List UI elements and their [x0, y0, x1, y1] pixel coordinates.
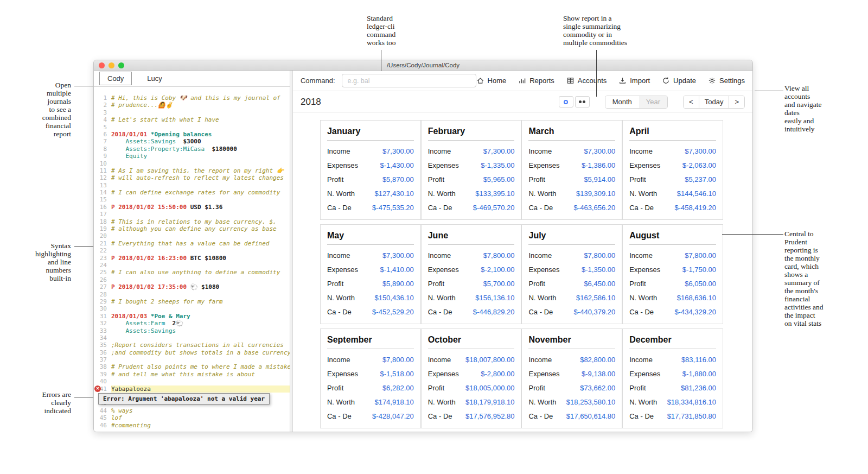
editor-line[interactable]: 16P 2018/01/02 15:50:00 USD $1.36: [94, 204, 290, 211]
editor-line[interactable]: 37: [94, 356, 290, 363]
editor-line[interactable]: 3: [94, 109, 290, 116]
close-window-button[interactable]: [99, 62, 105, 68]
editor-line[interactable]: 33 Assets:Savings: [94, 327, 290, 334]
editor-line[interactable]: 4# Let's start with what I have: [94, 116, 290, 123]
editor-line[interactable]: 11# As I am saving this, the report on m…: [94, 167, 290, 174]
current-year-label: 2018: [301, 97, 321, 108]
editor-line[interactable]: 62018/01/01 *Opening balances: [94, 131, 290, 138]
line-number: 19: [94, 225, 107, 232]
editor-line[interactable]: 29# I bought 2 sheeps for my farm: [94, 298, 290, 305]
today-button[interactable]: Today: [699, 96, 729, 108]
editor-line[interactable]: 34: [94, 334, 290, 342]
editor-line[interactable]: 25# I can also use anything to define a …: [94, 269, 290, 276]
zoom-window-button[interactable]: [118, 62, 124, 68]
stat-row: Income$18,007,800.00: [428, 352, 515, 366]
editor-line[interactable]: 21# Everything that has a value can be d…: [94, 240, 290, 247]
title-bar[interactable]: /Users/Cody/Journal/Cody: [94, 60, 752, 71]
nav-home[interactable]: Home: [476, 77, 507, 85]
month-card[interactable]: OctoberIncome$18,007,800.00Expenses$-2,8…: [421, 328, 522, 428]
command-input[interactable]: [342, 74, 476, 87]
editor-line[interactable]: 23P 2018/01/02 16:23:00 BTC $10800: [94, 255, 290, 262]
nav-accounts[interactable]: Accounts: [566, 77, 607, 85]
editor-line[interactable]: 22: [94, 247, 290, 254]
prev-period-button[interactable]: <: [684, 96, 699, 108]
editor-line[interactable]: 36;and commodity but shows totals in a b…: [94, 349, 290, 356]
editor-line[interactable]: 5: [94, 124, 290, 131]
stat-row: N. Worth$174,918.10: [327, 395, 414, 409]
editor-line[interactable]: 32 Assets:Farm 2🐑: [94, 320, 290, 327]
line-code: # Everything that has a value can be def…: [111, 240, 290, 247]
single-commodity-toggle[interactable]: [559, 96, 573, 108]
dot-icon: [579, 100, 582, 103]
editor-line[interactable]: 30: [94, 305, 290, 312]
nav-update[interactable]: Update: [662, 77, 696, 85]
tab-lucy[interactable]: Lucy: [139, 72, 169, 85]
tab-cody[interactable]: Cody: [99, 72, 132, 85]
editor-line[interactable]: 39# and tell me what this mistake is abo…: [94, 371, 290, 378]
month-card[interactable]: SeptemberIncome$7,800.00Expenses$-1,518.…: [320, 328, 421, 428]
editor-line[interactable]: 45lof: [94, 414, 290, 421]
month-card[interactable]: DecemberIncome$83,116.00Expenses$-1,880.…: [622, 328, 723, 428]
editor-line[interactable]: 26: [94, 276, 290, 283]
month-title: February: [428, 121, 515, 141]
nav-reports[interactable]: Reports: [518, 77, 554, 85]
minimize-window-button[interactable]: [108, 62, 114, 68]
stat-row: Profit$6,050.00: [629, 276, 716, 290]
stat-row: Income$7,300.00: [428, 144, 515, 158]
editor-line[interactable]: 44% ways: [94, 407, 290, 414]
editor-line[interactable]: 1# Hi, this is Coby 🐶 and this is my jou…: [94, 94, 290, 102]
month-card[interactable]: AprilIncome$7,300.00Expenses$-2,063.00Pr…: [622, 120, 723, 220]
editor-line[interactable]: 28: [94, 291, 290, 298]
stat-row: N. Worth$144,546.10: [629, 186, 716, 200]
editor-line[interactable]: 14# I can define exchange rates for any …: [94, 189, 290, 196]
line-number: 18: [94, 218, 107, 225]
stat-value: $-475,535.20: [372, 204, 414, 212]
nav-import[interactable]: Import: [618, 77, 650, 85]
editor-line[interactable]: 15: [94, 196, 290, 203]
editor-line[interactable]: 2# prudence...🙆✌: [94, 102, 290, 109]
editor-line[interactable]: 312018/01/03 *Poe & Mary: [94, 313, 290, 320]
stat-row: Expenses$-2,100.00: [428, 262, 515, 276]
month-view-button[interactable]: Month: [605, 96, 639, 108]
month-card[interactable]: JulyIncome$7,800.00Expenses$-1,350.00Pro…: [521, 224, 622, 324]
month-card[interactable]: JuneIncome$7,800.00Expenses$-2,100.00Pro…: [421, 224, 522, 324]
editor-line[interactable]: 10: [94, 160, 290, 167]
nav-home-label: Home: [488, 77, 507, 85]
stat-label: Ca - De: [327, 204, 352, 212]
editor-line[interactable]: 35;Report considers transactions in all …: [94, 342, 290, 349]
line-number: 44: [94, 407, 107, 414]
editor-content[interactable]: Error: Argument 'abapalooza' not a valid…: [94, 87, 290, 432]
annotation-commodity: Show report in a single summarizing comm…: [563, 14, 644, 47]
editor-line[interactable]: 20: [94, 232, 290, 239]
month-title: August: [629, 225, 716, 245]
editor-line[interactable]: 7 Assets:Savings $3000: [94, 138, 290, 145]
year-view-button[interactable]: Year: [639, 96, 667, 108]
editor-line[interactable]: 27P 2018/01/02 17:35:00 🐑 $1080: [94, 283, 290, 290]
editor-line[interactable]: 38# Prudent also points me to where I ma…: [94, 363, 290, 370]
editor-line[interactable]: 8 Assets:Property:MiCasa $180000: [94, 146, 290, 153]
month-card[interactable]: JanuaryIncome$7,300.00Expenses$-1,430.00…: [320, 120, 421, 220]
stat-value: $162,586.10: [576, 294, 615, 302]
nav-settings[interactable]: Settings: [708, 77, 745, 85]
editor-line[interactable]: 40: [94, 378, 290, 385]
line-code: Assets:Savings $3000: [111, 138, 290, 145]
line-code: # This is in relations to my base curren…: [111, 218, 290, 225]
editor-line[interactable]: 24: [94, 262, 290, 269]
month-card[interactable]: MarchIncome$7,300.00Expenses$-1,386.00Pr…: [521, 120, 622, 220]
month-card[interactable]: MayIncome$7,300.00Expenses$-1,410.00Prof…: [320, 224, 421, 324]
editor-line[interactable]: 9 Equity: [94, 153, 290, 160]
editor-line[interactable]: ✕41Yabapalooza: [94, 385, 290, 393]
stat-value: $6,450.00: [584, 280, 615, 288]
editor-line[interactable]: 12# will auto-refresh to reflect my late…: [94, 174, 290, 181]
editor-line[interactable]: 19# although you can define any currency…: [94, 225, 290, 232]
editor-line[interactable]: 46#commenting: [94, 422, 290, 429]
multi-commodity-toggle[interactable]: [575, 96, 590, 108]
next-period-button[interactable]: >: [729, 96, 744, 108]
month-card[interactable]: FebruaryIncome$7,300.00Expenses$-1,335.0…: [421, 120, 522, 220]
editor-line[interactable]: 18# This is in relations to my base curr…: [94, 218, 290, 225]
month-card[interactable]: AugustIncome$7,800.00Expenses$-1,750.00P…: [622, 224, 723, 324]
month-card[interactable]: NovemberIncome$82,800.00Expenses$-9,138.…: [521, 328, 622, 428]
editor-line[interactable]: 13: [94, 182, 290, 189]
line-code: [111, 247, 290, 254]
editor-line[interactable]: 17: [94, 211, 290, 218]
